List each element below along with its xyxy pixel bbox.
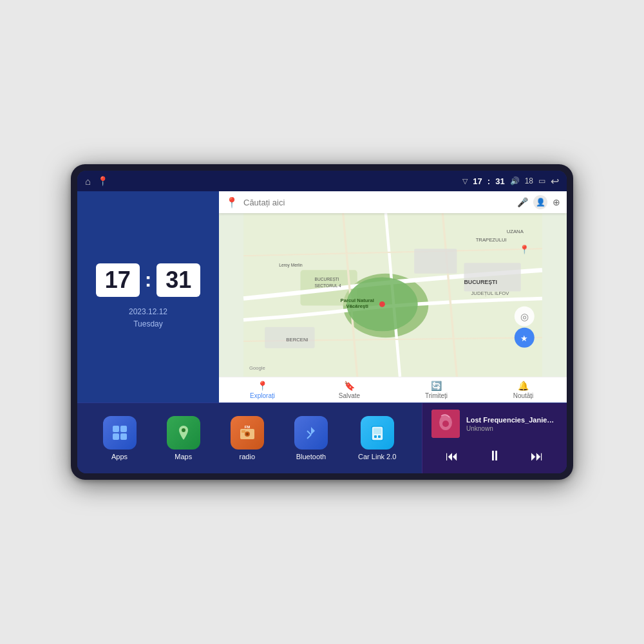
home-icon[interactable]: ⌂ — [85, 176, 91, 187]
map-layers-icon[interactable]: ⊕ — [553, 197, 560, 207]
map-tab-share[interactable]: 🔄 Trimiteți — [393, 377, 480, 402]
svg-rect-25 — [120, 426, 127, 432]
map-tab-saved[interactable]: 🔖 Salvate — [306, 377, 393, 402]
prev-button[interactable]: ⏮ — [440, 446, 464, 466]
battery-icon: ▭ — [538, 176, 545, 185]
svg-text:FM: FM — [244, 425, 250, 429]
maps-icon — [167, 416, 200, 450]
back-icon[interactable]: ↩ — [551, 175, 559, 187]
svg-text:Google: Google — [249, 365, 265, 371]
explore-label: Explorați — [250, 392, 275, 399]
music-text: Lost Frequencies_Janieck Devy-... Unknow… — [466, 416, 558, 432]
status-time-sep: : — [488, 176, 490, 186]
svg-rect-33 — [242, 430, 245, 433]
explore-icon: 📍 — [257, 381, 268, 391]
clock-display: 17 : 31 — [96, 263, 201, 297]
top-section: 17 : 31 2023.12.12 Tuesday 📍 — [77, 191, 567, 402]
news-label: Noutăți — [513, 392, 534, 399]
play-pause-button[interactable]: ⏸ — [482, 445, 507, 467]
svg-text:JUDEȚUL ILFOV: JUDEȚUL ILFOV — [471, 290, 509, 296]
bluetooth-label: Bluetooth — [296, 453, 326, 460]
music-controls: ⏮ ⏸ ⏭ — [431, 445, 558, 467]
svg-text:Văcărești: Văcărești — [346, 303, 368, 309]
svg-rect-37 — [378, 435, 381, 438]
apps-label: Apps — [111, 453, 128, 460]
svg-text:BUCUREȘTI: BUCUREȘTI — [315, 277, 339, 282]
svg-text:Leroy Merlin: Leroy Merlin — [279, 263, 303, 268]
status-right-info: ▽ 17 : 31 🔊 18 ▭ ↩ — [462, 175, 559, 187]
svg-rect-4 — [464, 263, 520, 291]
device-screen: ⌂ 📍 ▽ 17 : 31 🔊 18 ▭ ↩ 17 — [77, 171, 567, 473]
svg-rect-24 — [113, 426, 119, 432]
map-tab-explore[interactable]: 📍 Explorați — [219, 377, 306, 402]
map-tab-news[interactable]: 🔔 Noutăți — [480, 377, 567, 402]
status-time: 17 — [473, 176, 482, 186]
status-time-min: 31 — [495, 176, 504, 186]
svg-rect-26 — [113, 433, 119, 440]
map-bottom-bar: 📍 Explorați 🔖 Salvate 🔄 Trimiteți � — [219, 377, 567, 402]
car-display-device: ⌂ 📍 ▽ 17 : 31 🔊 18 ▭ ↩ 17 — [71, 164, 573, 480]
carlink-icon — [361, 416, 394, 450]
map-mic-icon[interactable]: 🎤 — [517, 197, 528, 207]
svg-rect-3 — [414, 249, 457, 274]
music-thumbnail — [431, 410, 460, 438]
app-item-bluetooth[interactable]: Bluetooth — [294, 416, 328, 460]
news-icon: 🔔 — [518, 381, 529, 391]
clock-date: 2023.12.12 Tuesday — [129, 306, 167, 330]
map-account-icon[interactable]: 👤 — [533, 195, 547, 209]
share-icon: 🔄 — [431, 381, 442, 391]
maps-label: Maps — [175, 453, 192, 460]
svg-text:Parcul Natural: Parcul Natural — [341, 298, 374, 303]
svg-text:SECTORUL 4: SECTORUL 4 — [315, 283, 341, 288]
svg-rect-36 — [374, 435, 377, 438]
status-left-icons: ⌂ 📍 — [85, 176, 108, 187]
clock-hours: 17 — [96, 263, 140, 297]
clock-widget: 17 : 31 2023.12.12 Tuesday — [77, 191, 219, 402]
svg-point-40 — [442, 421, 449, 427]
svg-text:BERCENI: BERCENI — [286, 337, 308, 343]
svg-text:TRAPEZULUI: TRAPEZULUI — [476, 237, 507, 243]
map-search-input[interactable] — [243, 198, 512, 207]
app-item-maps[interactable]: Maps — [167, 416, 200, 460]
saved-label: Salvate — [339, 392, 360, 399]
svg-point-31 — [246, 433, 249, 435]
carlink-label: Car Link 2.0 — [358, 453, 396, 460]
svg-point-28 — [182, 428, 185, 432]
music-info: Lost Frequencies_Janieck Devy-... Unknow… — [431, 410, 558, 438]
map-svg: Parcul Natural Văcărești BUCUREȘTI JUDEȚ… — [219, 213, 567, 377]
map-widget: 📍 🎤 👤 ⊕ — [219, 191, 567, 402]
share-label: Trimiteți — [425, 392, 448, 399]
radio-label: radio — [240, 453, 255, 460]
maps-pin-icon[interactable]: 📍 — [97, 176, 108, 186]
app-item-apps[interactable]: Apps — [103, 416, 137, 460]
map-search-bar: 📍 🎤 👤 ⊕ — [219, 191, 567, 213]
apps-row: Apps Maps — [77, 403, 422, 473]
signal-icon: ▽ — [462, 177, 468, 185]
svg-text:◎: ◎ — [520, 311, 529, 322]
app-item-carlink[interactable]: Car Link 2.0 — [358, 416, 396, 460]
volume-icon: 🔊 — [510, 176, 520, 185]
map-pin-icon: 📍 — [225, 196, 238, 209]
svg-rect-35 — [374, 428, 381, 434]
bottom-section: Apps Maps — [77, 402, 567, 473]
clock-minutes: 31 — [156, 263, 200, 297]
saved-icon: 🔖 — [344, 381, 355, 391]
music-title: Lost Frequencies_Janieck Devy-... — [466, 416, 558, 424]
main-content: 17 : 31 2023.12.12 Tuesday 📍 — [77, 191, 567, 473]
bluetooth-icon — [294, 416, 328, 450]
battery-level: 18 — [525, 176, 533, 185]
map-search-controls: 🎤 👤 ⊕ — [517, 195, 560, 209]
svg-text:BUCUREȘTI: BUCUREȘTI — [464, 279, 497, 285]
apps-icon — [103, 416, 137, 450]
map-body[interactable]: Parcul Natural Văcărești BUCUREȘTI JUDEȚ… — [219, 213, 567, 377]
music-player: Lost Frequencies_Janieck Devy-... Unknow… — [422, 403, 567, 473]
next-button[interactable]: ⏭ — [526, 446, 549, 466]
svg-text:UZANA: UZANA — [507, 229, 524, 234]
svg-text:★: ★ — [520, 334, 528, 343]
radio-icon: FM — [231, 416, 264, 450]
status-bar: ⌂ 📍 ▽ 17 : 31 🔊 18 ▭ ↩ — [77, 171, 567, 191]
svg-point-17 — [379, 301, 385, 307]
app-item-radio[interactable]: FM radio — [231, 416, 264, 460]
clock-colon: : — [145, 268, 152, 292]
svg-rect-27 — [120, 433, 127, 440]
